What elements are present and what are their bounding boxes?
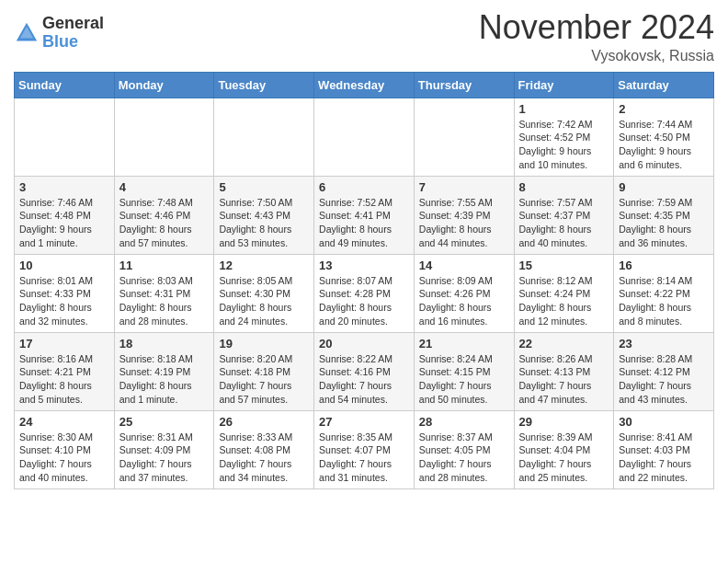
day-number: 13: [319, 259, 409, 272]
calendar-cell: 21Sunrise: 8:24 AMSunset: 4:15 PMDayligh…: [414, 332, 514, 410]
col-sunday: Sunday: [15, 72, 115, 98]
day-info: Sunrise: 8:16 AMSunset: 4:21 PMDaylight:…: [19, 352, 109, 407]
day-info: Sunrise: 7:52 AMSunset: 4:41 PMDaylight:…: [319, 196, 409, 250]
day-number: 3: [19, 180, 109, 194]
calendar-cell: 11Sunrise: 8:03 AMSunset: 4:31 PMDayligh…: [114, 254, 214, 332]
day-number: 22: [519, 337, 609, 350]
day-number: 11: [119, 259, 210, 272]
day-info: Sunrise: 7:57 AMSunset: 4:37 PMDaylight:…: [519, 196, 609, 250]
logo-general: General: [42, 15, 104, 33]
calendar-cell: 28Sunrise: 8:37 AMSunset: 4:05 PMDayligh…: [414, 410, 514, 488]
calendar-cell: [314, 98, 415, 176]
day-info: Sunrise: 8:39 AMSunset: 4:04 PMDaylight:…: [519, 431, 609, 485]
calendar: Sunday Monday Tuesday Wednesday Thursday…: [14, 72, 714, 489]
day-number: 2: [619, 102, 709, 116]
col-wednesday: Wednesday: [314, 72, 415, 98]
day-number: 9: [619, 180, 709, 194]
calendar-cell: 4Sunrise: 7:48 AMSunset: 4:46 PMDaylight…: [114, 176, 214, 254]
calendar-cell: 27Sunrise: 8:35 AMSunset: 4:07 PMDayligh…: [314, 410, 415, 488]
calendar-cell: 3Sunrise: 7:46 AMSunset: 4:48 PMDaylight…: [15, 176, 115, 254]
calendar-cell: [15, 98, 115, 176]
day-info: Sunrise: 7:55 AMSunset: 4:39 PMDaylight:…: [419, 196, 509, 250]
day-number: 12: [219, 259, 309, 272]
day-info: Sunrise: 8:01 AMSunset: 4:33 PMDaylight:…: [19, 274, 109, 328]
day-number: 5: [219, 180, 309, 194]
day-info: Sunrise: 8:18 AMSunset: 4:19 PMDaylight:…: [119, 352, 210, 407]
day-info: Sunrise: 7:59 AMSunset: 4:35 PMDaylight:…: [619, 196, 709, 250]
title-block: November 2024 Vysokovsk, Russia: [479, 9, 714, 64]
calendar-cell: 9Sunrise: 7:59 AMSunset: 4:35 PMDaylight…: [614, 176, 714, 254]
day-info: Sunrise: 7:46 AMSunset: 4:48 PMDaylight:…: [19, 196, 109, 250]
calendar-cell: 17Sunrise: 8:16 AMSunset: 4:21 PMDayligh…: [15, 332, 115, 410]
day-info: Sunrise: 7:48 AMSunset: 4:46 PMDaylight:…: [119, 196, 210, 250]
day-number: 24: [19, 415, 109, 429]
calendar-cell: 18Sunrise: 8:18 AMSunset: 4:19 PMDayligh…: [114, 332, 214, 410]
day-number: 21: [419, 337, 509, 350]
calendar-cell: [414, 98, 514, 176]
day-number: 6: [319, 180, 409, 194]
day-number: 15: [519, 259, 609, 272]
day-number: 26: [219, 415, 309, 429]
day-number: 18: [119, 337, 210, 350]
day-number: 25: [119, 415, 210, 429]
logo: General Blue: [14, 15, 104, 52]
col-monday: Monday: [114, 72, 214, 98]
day-info: Sunrise: 8:09 AMSunset: 4:26 PMDaylight:…: [419, 274, 509, 328]
day-info: Sunrise: 8:37 AMSunset: 4:05 PMDaylight:…: [419, 431, 509, 485]
day-number: 10: [19, 259, 109, 272]
calendar-cell: 30Sunrise: 8:41 AMSunset: 4:03 PMDayligh…: [614, 410, 714, 488]
month-title: November 2024: [479, 9, 714, 46]
page: General Blue November 2024 Vysokovsk, Ru…: [0, 0, 728, 503]
calendar-cell: 12Sunrise: 8:05 AMSunset: 4:30 PMDayligh…: [214, 254, 314, 332]
calendar-cell: 10Sunrise: 8:01 AMSunset: 4:33 PMDayligh…: [15, 254, 115, 332]
day-number: 17: [19, 337, 109, 350]
day-info: Sunrise: 8:12 AMSunset: 4:24 PMDaylight:…: [519, 274, 609, 328]
day-number: 28: [419, 415, 509, 429]
day-number: 29: [519, 415, 609, 429]
calendar-cell: 16Sunrise: 8:14 AMSunset: 4:22 PMDayligh…: [614, 254, 714, 332]
day-info: Sunrise: 8:30 AMSunset: 4:10 PMDaylight:…: [19, 431, 109, 485]
logo-icon: [14, 20, 40, 46]
day-info: Sunrise: 8:41 AMSunset: 4:03 PMDaylight:…: [619, 431, 709, 485]
calendar-week-row-1: 1Sunrise: 7:42 AMSunset: 4:52 PMDaylight…: [15, 98, 714, 176]
calendar-cell: 14Sunrise: 8:09 AMSunset: 4:26 PMDayligh…: [414, 254, 514, 332]
day-info: Sunrise: 8:20 AMSunset: 4:18 PMDaylight:…: [219, 352, 309, 407]
day-info: Sunrise: 8:07 AMSunset: 4:28 PMDaylight:…: [319, 274, 409, 328]
calendar-cell: 24Sunrise: 8:30 AMSunset: 4:10 PMDayligh…: [15, 410, 115, 488]
calendar-cell: 5Sunrise: 7:50 AMSunset: 4:43 PMDaylight…: [214, 176, 314, 254]
day-info: Sunrise: 8:33 AMSunset: 4:08 PMDaylight:…: [219, 431, 309, 485]
calendar-header-row: Sunday Monday Tuesday Wednesday Thursday…: [15, 72, 714, 98]
day-number: 19: [219, 337, 309, 350]
calendar-cell: 26Sunrise: 8:33 AMSunset: 4:08 PMDayligh…: [214, 410, 314, 488]
calendar-week-row-5: 24Sunrise: 8:30 AMSunset: 4:10 PMDayligh…: [15, 410, 714, 488]
day-number: 14: [419, 259, 509, 272]
calendar-cell: [114, 98, 214, 176]
day-info: Sunrise: 8:26 AMSunset: 4:13 PMDaylight:…: [519, 352, 609, 407]
day-info: Sunrise: 8:05 AMSunset: 4:30 PMDaylight:…: [219, 274, 309, 328]
day-number: 4: [119, 180, 210, 194]
day-info: Sunrise: 8:22 AMSunset: 4:16 PMDaylight:…: [319, 352, 409, 407]
day-number: 1: [519, 102, 609, 116]
calendar-week-row-4: 17Sunrise: 8:16 AMSunset: 4:21 PMDayligh…: [15, 332, 714, 410]
calendar-cell: 1Sunrise: 7:42 AMSunset: 4:52 PMDaylight…: [514, 98, 614, 176]
calendar-week-row-2: 3Sunrise: 7:46 AMSunset: 4:48 PMDaylight…: [15, 176, 714, 254]
logo-blue: Blue: [42, 33, 104, 52]
calendar-cell: 22Sunrise: 8:26 AMSunset: 4:13 PMDayligh…: [514, 332, 614, 410]
location: Vysokovsk, Russia: [479, 48, 714, 64]
day-info: Sunrise: 8:14 AMSunset: 4:22 PMDaylight:…: [619, 274, 709, 328]
calendar-cell: 25Sunrise: 8:31 AMSunset: 4:09 PMDayligh…: [114, 410, 214, 488]
col-tuesday: Tuesday: [214, 72, 314, 98]
calendar-cell: 15Sunrise: 8:12 AMSunset: 4:24 PMDayligh…: [514, 254, 614, 332]
day-info: Sunrise: 7:44 AMSunset: 4:50 PMDaylight:…: [619, 118, 709, 172]
col-friday: Friday: [514, 72, 614, 98]
page-header: General Blue November 2024 Vysokovsk, Ru…: [14, 9, 714, 64]
calendar-cell: 13Sunrise: 8:07 AMSunset: 4:28 PMDayligh…: [314, 254, 415, 332]
day-info: Sunrise: 7:42 AMSunset: 4:52 PMDaylight:…: [519, 118, 609, 172]
day-number: 16: [619, 259, 709, 272]
day-info: Sunrise: 8:03 AMSunset: 4:31 PMDaylight:…: [119, 274, 210, 328]
calendar-cell: 29Sunrise: 8:39 AMSunset: 4:04 PMDayligh…: [514, 410, 614, 488]
col-thursday: Thursday: [414, 72, 514, 98]
day-number: 30: [619, 415, 709, 429]
calendar-week-row-3: 10Sunrise: 8:01 AMSunset: 4:33 PMDayligh…: [15, 254, 714, 332]
calendar-cell: 19Sunrise: 8:20 AMSunset: 4:18 PMDayligh…: [214, 332, 314, 410]
